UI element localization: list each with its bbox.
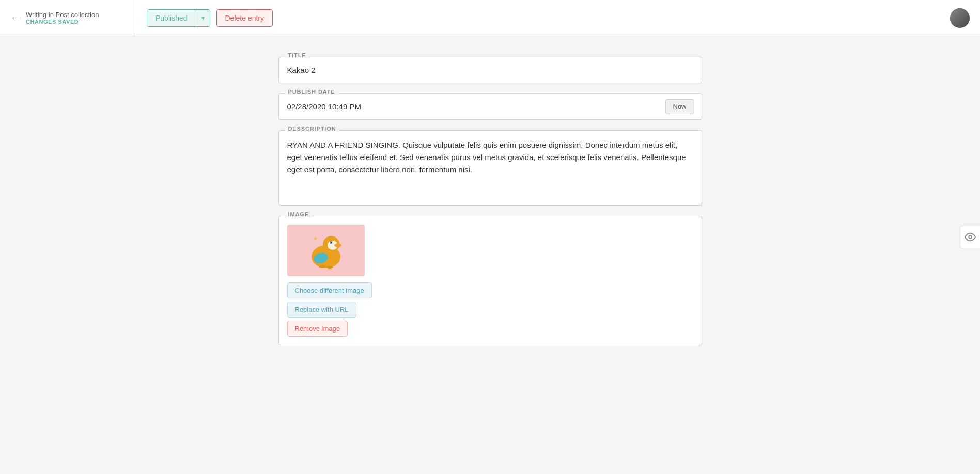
title-label: TITLE (285, 52, 309, 58)
description-textarea[interactable]: RYAN AND A FRIEND SINGING. Quisque vulpu… (279, 131, 702, 203)
avatar[interactable] (950, 8, 970, 28)
svg-text:✕: ✕ (330, 241, 333, 244)
remove-image-button[interactable]: Remove image (287, 321, 348, 337)
image-label: IMAGE (285, 211, 312, 217)
header: ← Writing in Post collection CHANGES SAV… (0, 0, 980, 36)
duck-illustration: ✕ ★ (303, 230, 349, 271)
header-info: Writing in Post collection CHANGES SAVED (26, 11, 99, 25)
published-button-group: Published ▾ (147, 9, 210, 27)
avatar-image (950, 8, 970, 28)
delete-entry-button[interactable]: Delete entry (216, 9, 273, 27)
publish-date-field-wrapper: PUBLISH DATE Now (278, 93, 702, 120)
header-right (950, 8, 970, 28)
svg-point-0 (969, 235, 972, 239)
now-button[interactable]: Now (665, 99, 694, 114)
svg-point-6 (334, 243, 341, 247)
publish-date-field-box: PUBLISH DATE Now (278, 93, 702, 120)
svg-point-9 (319, 265, 326, 268)
changes-saved-label: CHANGES SAVED (26, 19, 99, 25)
image-field-box: IMAGE (278, 216, 702, 345)
header-actions: Published ▾ Delete entry (134, 9, 950, 27)
date-row: Now (279, 94, 702, 119)
header-left: ← Writing in Post collection CHANGES SAV… (10, 0, 134, 36)
replace-url-button[interactable]: Replace with URL (287, 302, 356, 318)
svg-text:★: ★ (313, 235, 318, 241)
writing-in-label: Writing in Post collection (26, 11, 99, 19)
svg-point-10 (326, 266, 333, 269)
publish-date-label: PUBLISH DATE (285, 89, 338, 95)
title-input[interactable] (279, 57, 702, 83)
choose-image-button[interactable]: Choose different image (287, 282, 372, 298)
form-container: TITLE PUBLISH DATE Now DESSCRIPTION RYAN… (278, 57, 702, 356)
title-field-wrapper: TITLE (278, 57, 702, 83)
description-label: DESSCRIPTION (285, 125, 339, 132)
publish-date-input[interactable] (279, 94, 665, 119)
main-content: TITLE PUBLISH DATE Now DESSCRIPTION RYAN… (0, 36, 980, 376)
image-field-wrapper: IMAGE (278, 216, 702, 345)
image-buttons: Choose different image Replace with URL … (279, 282, 702, 345)
preview-button[interactable] (960, 226, 980, 248)
back-button[interactable]: ← (10, 12, 20, 23)
eye-icon (965, 231, 976, 243)
title-field-box: TITLE (278, 57, 702, 83)
published-main-button[interactable]: Published (147, 10, 196, 26)
published-dropdown-button[interactable]: ▾ (196, 10, 210, 26)
description-field-box: DESSCRIPTION RYAN AND A FRIEND SINGING. … (278, 130, 702, 206)
image-preview: ✕ ★ (287, 225, 365, 276)
description-field-wrapper: DESSCRIPTION RYAN AND A FRIEND SINGING. … (278, 130, 702, 206)
